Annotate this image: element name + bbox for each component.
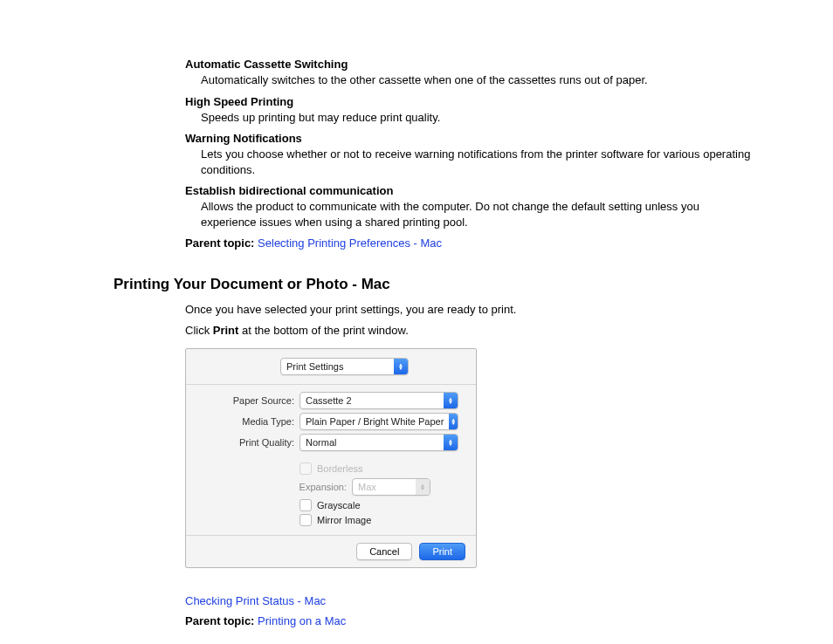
paper-source-value: Cassette 2	[300, 395, 444, 406]
chevron-updown-icon: ▲▼	[444, 435, 458, 450]
parent-topic-label: Parent topic:	[185, 236, 254, 250]
print-quality-label: Print Quality:	[196, 437, 299, 448]
def-term: Warning Notifications	[185, 132, 754, 145]
def-term: Automatic Cassette Switching	[185, 58, 754, 71]
media-type-label: Media Type:	[196, 416, 299, 427]
paper-source-select[interactable]: Cassette 2 ▲▼	[299, 392, 458, 409]
definition-list: Automatic Cassette Switching Automatical…	[185, 58, 754, 230]
cancel-button[interactable]: Cancel	[356, 543, 412, 560]
divider	[186, 535, 476, 536]
chevron-updown-icon: ▲▼	[394, 359, 408, 374]
expansion-value: Max	[353, 482, 416, 492]
chevron-updown-icon: ▲▼	[416, 479, 430, 495]
def-desc: Speeds up printing but may reduce print …	[201, 110, 754, 126]
chevron-updown-icon: ▲▼	[449, 414, 458, 429]
intro-text-2: Click Print at the bottom of the print w…	[185, 323, 754, 339]
parent-topic-link[interactable]: Selecting Printing Preferences - Mac	[258, 236, 442, 250]
media-type-value: Plain Paper / Bright White Paper	[300, 416, 449, 427]
panel-select[interactable]: Print Settings ▲▼	[280, 358, 409, 375]
expansion-select: Max ▲▼	[352, 478, 430, 496]
chevron-updown-icon: ▲▼	[444, 393, 458, 408]
def-term: Establish bidirectional communication	[185, 184, 754, 197]
parent-topic-label: Parent topic:	[185, 614, 254, 627]
borderless-checkbox-row: Borderless	[299, 462, 465, 475]
paper-source-label: Paper Source:	[196, 395, 299, 406]
media-type-select[interactable]: Plain Paper / Bright White Paper ▲▼	[299, 413, 458, 430]
intro-text: Once you have selected your print settin…	[185, 302, 754, 318]
def-desc: Lets you choose whether or not to receiv…	[201, 147, 754, 177]
def-term: High Speed Printing	[185, 95, 754, 108]
checkbox-icon	[299, 462, 312, 475]
grayscale-checkbox-row[interactable]: Grayscale	[299, 499, 465, 511]
print-quality-select[interactable]: Normal ▲▼	[299, 434, 458, 451]
parent-topic: Parent topic: Selecting Printing Prefere…	[185, 236, 754, 250]
def-desc: Allows the product to communicate with t…	[201, 199, 754, 230]
print-button[interactable]: Print	[419, 543, 465, 560]
parent-topic: Parent topic: Printing on a Mac	[185, 614, 754, 627]
panel-select-value: Print Settings	[281, 361, 394, 372]
checkbox-icon	[299, 499, 312, 511]
print-quality-value: Normal	[300, 437, 444, 448]
status-link[interactable]: Checking Print Status - Mac	[185, 594, 754, 607]
borderless-label: Borderless	[317, 463, 363, 474]
text-bold: Print	[213, 324, 239, 337]
expansion-label: Expansion:	[196, 482, 352, 492]
mirror-label: Mirror Image	[317, 515, 371, 525]
text: at the bottom of the print window.	[238, 324, 408, 337]
grayscale-label: Grayscale	[317, 500, 361, 510]
section-heading: Printing Your Document or Photo - Mac	[114, 276, 754, 293]
parent-topic-link[interactable]: Printing on a Mac	[258, 614, 346, 627]
checkbox-icon	[299, 514, 312, 526]
divider	[186, 384, 476, 385]
print-settings-dialog: Print Settings ▲▼ Paper Source: Cassette…	[185, 348, 477, 568]
mirror-checkbox-row[interactable]: Mirror Image	[299, 514, 465, 526]
def-desc: Automatically switches to the other cass…	[201, 72, 754, 88]
text: Click	[185, 324, 213, 337]
